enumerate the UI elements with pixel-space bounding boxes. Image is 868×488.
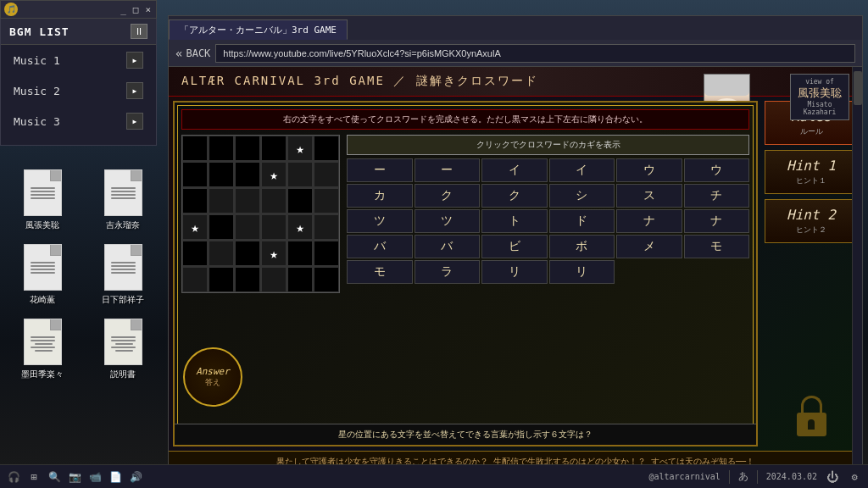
grid-cell[interactable]	[314, 214, 339, 240]
kana-cell[interactable]: ビ	[481, 235, 548, 258]
kana-cell[interactable]: カ	[347, 184, 413, 208]
grid-cell[interactable]	[209, 214, 234, 240]
kana-cell[interactable]: モ	[347, 260, 413, 284]
hint1-button[interactable]: Hint 1 ヒント１	[765, 150, 858, 194]
search-icon[interactable]: 🔍	[47, 470, 61, 484]
maximize-button[interactable]: □	[131, 4, 141, 15]
kana-cell[interactable]: ラ	[415, 260, 481, 284]
hint2-button[interactable]: Hint 2 ヒント２	[765, 199, 858, 243]
grid-cell[interactable]	[182, 162, 208, 187]
grid-cell[interactable]	[261, 188, 287, 214]
desktop-icon-hanasaki[interactable]: 花崎薫	[8, 244, 76, 306]
grid-cell[interactable]	[287, 162, 313, 187]
answer-button[interactable]: Answer 答え	[183, 347, 242, 407]
kana-cell[interactable]: ク	[415, 184, 481, 208]
kana-cell[interactable]: ク	[481, 184, 548, 208]
desktop-icon-kazahari[interactable]: 風張美聡	[8, 169, 76, 231]
minimize-button[interactable]: _	[119, 4, 128, 15]
grid-cell[interactable]	[261, 267, 287, 292]
kana-cell[interactable]: ナ	[684, 209, 750, 233]
grid-cell[interactable]	[287, 241, 313, 266]
grid-cell[interactable]	[235, 267, 260, 292]
power-icon[interactable]: ⏻	[826, 470, 839, 484]
grid-cell[interactable]	[314, 241, 339, 266]
scrollbar[interactable]	[852, 67, 862, 472]
file-icon[interactable]: 📄	[108, 470, 122, 484]
headphone-icon[interactable]: 🎧	[7, 470, 20, 484]
kana-cell[interactable]: メ	[616, 235, 682, 258]
settings-icon[interactable]: ⚙	[848, 470, 861, 484]
desktop-icon-manual[interactable]: 説明書	[89, 319, 157, 380]
grid-cell[interactable]	[209, 136, 234, 161]
grid-cell[interactable]	[261, 214, 287, 240]
kana-cell[interactable]: イ	[481, 158, 548, 182]
back-button[interactable]: « BACK	[175, 47, 210, 60]
grid-cell[interactable]	[235, 214, 260, 240]
grid-cell[interactable]	[314, 188, 339, 214]
bgm-item-music3[interactable]: Music 3 ▶	[1, 106, 156, 136]
kana-cell[interactable]: イ	[549, 158, 615, 182]
kana-cell[interactable]: ス	[616, 184, 682, 208]
bgm-pause-button[interactable]: II	[131, 24, 147, 39]
grid-cell[interactable]	[261, 136, 287, 161]
bgm-music2-play[interactable]: ▶	[126, 82, 143, 99]
browser-tab-active[interactable]: 「アルター・カーニバル」3rd GAME	[169, 19, 348, 40]
url-bar[interactable]	[215, 44, 855, 63]
grid-cell[interactable]	[235, 136, 260, 161]
grid-cell[interactable]	[182, 136, 208, 161]
close-button[interactable]: ×	[143, 4, 153, 15]
video-icon[interactable]: 📹	[88, 470, 102, 484]
kana-cell[interactable]: ー	[415, 158, 481, 182]
grid-cell[interactable]	[314, 162, 339, 187]
grid-cell[interactable]	[209, 188, 234, 214]
window-icon[interactable]: ⊞	[27, 470, 41, 484]
kana-cell[interactable]: バ	[347, 235, 413, 258]
kana-cell[interactable]: ウ	[616, 158, 682, 182]
grid-cell-star[interactable]	[182, 214, 208, 240]
kana-cell[interactable]: ナ	[616, 209, 682, 233]
grid-cell[interactable]	[235, 162, 260, 187]
clues-header[interactable]: クリックでクロスワードのカギを表示	[347, 135, 749, 155]
kana-cell[interactable]: ツ	[347, 209, 413, 233]
bgm-music1-play[interactable]: ▶	[126, 52, 143, 69]
bgm-music3-play[interactable]: ▶	[126, 113, 143, 130]
kana-cell[interactable]: ツ	[415, 209, 481, 233]
char-view-label: view of	[798, 78, 842, 86]
grid-cell-star[interactable]	[261, 241, 287, 266]
kana-cell[interactable]: リ	[481, 260, 548, 284]
kana-cell[interactable]: リ	[549, 260, 615, 284]
bgm-item-music1[interactable]: Music 1 ▶	[1, 45, 156, 75]
kana-cell[interactable]: チ	[684, 184, 750, 208]
kana-cell[interactable]: シ	[549, 184, 615, 208]
kana-cell[interactable]: バ	[415, 235, 481, 258]
camera-icon[interactable]: 📷	[68, 470, 81, 484]
grid-cell[interactable]	[314, 267, 339, 292]
grid-cell[interactable]	[209, 241, 234, 266]
desktop-icon-sumida[interactable]: 墨田季楽々	[8, 319, 76, 380]
desktop-icon-yoshinaga[interactable]: 吉永瑠奈	[89, 169, 157, 231]
grid-cell-star[interactable]	[287, 214, 313, 240]
kana-cell[interactable]: ウ	[684, 158, 750, 182]
icon-label: 墨田季楽々	[21, 369, 64, 380]
scroll-thumb[interactable]	[854, 71, 862, 105]
grid-cell[interactable]	[182, 267, 208, 292]
kana-cell[interactable]: モ	[684, 235, 750, 258]
grid-cell[interactable]	[235, 241, 260, 266]
kana-cell[interactable]: ー	[347, 158, 413, 182]
grid-cell[interactable]	[287, 267, 313, 292]
kana-cell[interactable]: ボ	[549, 235, 615, 258]
grid-cell[interactable]	[182, 188, 208, 214]
grid-cell[interactable]	[209, 267, 234, 292]
grid-cell[interactable]	[235, 188, 260, 214]
grid-cell[interactable]	[287, 188, 313, 214]
grid-cell[interactable]	[182, 241, 208, 266]
grid-cell-star[interactable]	[287, 136, 313, 161]
kana-cell[interactable]: ド	[549, 209, 615, 233]
grid-cell-star[interactable]	[261, 162, 287, 187]
grid-cell[interactable]	[314, 136, 339, 161]
kana-cell[interactable]: ト	[481, 209, 548, 233]
speaker-icon[interactable]: 🔊	[129, 470, 142, 484]
grid-cell[interactable]	[209, 162, 234, 187]
desktop-icon-kusakabe[interactable]: 日下部祥子	[89, 244, 157, 306]
bgm-item-music2[interactable]: Music 2 ▶	[1, 75, 156, 106]
